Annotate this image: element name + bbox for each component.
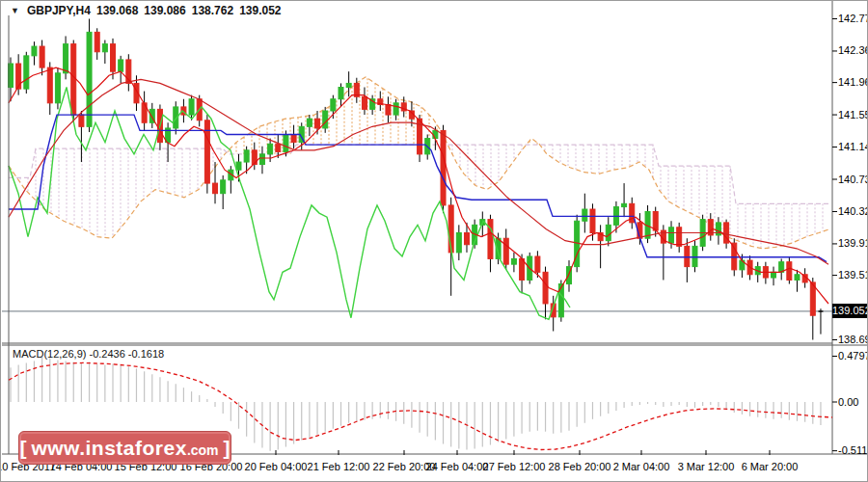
ohlc-close: 139.052 — [239, 4, 281, 17]
price-axis-label: 139.510 — [838, 269, 868, 281]
macd-axis-label: 0.4797 — [838, 350, 868, 362]
candle-body — [236, 162, 241, 170]
time-axis-label[interactable]: 20 Feb 04:00 — [245, 461, 308, 472]
macd-axis-label: 0.00 — [838, 396, 858, 408]
price-axis-label: 140.320 — [838, 205, 868, 217]
candle-body — [583, 209, 587, 221]
ohlc-low: 138.762 — [192, 4, 233, 17]
time-axis-label[interactable]: 27 Feb 12:00 — [483, 461, 546, 472]
candle-body — [71, 44, 76, 115]
chart-header: ▼ GBPJPY,H4 139.068 139.086 138.762 139.… — [11, 4, 282, 17]
candle-body — [386, 104, 391, 115]
candle-body — [677, 228, 682, 247]
candle-body — [795, 275, 800, 281]
candle-body — [40, 46, 44, 67]
price-axis-label: 142.770 — [838, 13, 868, 24]
candle-body — [441, 130, 446, 205]
candle-body — [307, 119, 312, 126]
candle-body — [362, 96, 366, 109]
price-axis-label: 141.550 — [838, 109, 868, 120]
candle-body — [653, 211, 658, 230]
logo-bracket-right: ] — [224, 437, 231, 460]
price-axis-label: 141.140 — [838, 141, 868, 152]
time-axis-label[interactable]: 28 Feb 20:00 — [549, 461, 611, 472]
candle-body — [346, 83, 351, 87]
tenkan-sen-line — [9, 67, 828, 304]
candle-body — [543, 272, 548, 304]
candle-body — [520, 258, 525, 280]
candle-body — [511, 258, 516, 264]
time-axis-label[interactable]: 3 Mar 12:00 — [678, 461, 735, 472]
candle-body — [111, 44, 116, 72]
candle-body — [32, 46, 37, 56]
candle-body — [16, 64, 21, 89]
price-axis-label: 142.360 — [838, 44, 868, 56]
candle-body — [590, 209, 595, 232]
ohlc-high: 139.086 — [144, 4, 185, 17]
time-axis-label[interactable]: 2 Mar 04:00 — [613, 461, 670, 472]
logo-text-suffix: .com — [187, 442, 219, 458]
price-axis-label: 141.960 — [838, 76, 868, 88]
time-axis-label[interactable]: 6 Mar 20:00 — [742, 461, 799, 472]
symbol-timeframe-label: GBPJPY,H4 — [27, 4, 91, 17]
candle-body — [558, 284, 563, 317]
time-axis-label[interactable]: 24 Feb 04:00 — [426, 461, 489, 472]
trading-chart-window: ▼ GBPJPY,H4 139.068 139.086 138.762 139.… — [0, 0, 868, 482]
candle-body — [339, 88, 343, 99]
chart-canvas[interactable] — [1, 1, 868, 482]
candle-body — [95, 32, 99, 51]
candle-body — [284, 134, 288, 151]
candle-body — [787, 262, 792, 281]
ohlc-open: 139.068 — [96, 4, 138, 17]
price-axis-label: 139.910 — [838, 237, 868, 249]
candle-body — [692, 246, 697, 266]
current-price-tag: 139.052 — [832, 304, 868, 318]
price-axis-label: 140.730 — [838, 174, 868, 185]
candle-body — [503, 238, 508, 264]
candle-body — [315, 119, 320, 128]
candle-body — [244, 150, 249, 162]
candle-body — [323, 111, 328, 128]
candle-body — [55, 73, 60, 103]
candle-body — [606, 225, 610, 240]
price-axis-label: 138.690 — [838, 334, 868, 345]
logo-text: www.instaforex — [31, 437, 186, 460]
candle-body — [79, 115, 84, 126]
macd-indicator-label: MACD(12,26,9) -0.2436 -0.1618 — [13, 348, 164, 360]
candle-body — [213, 183, 218, 194]
candle-body — [204, 120, 209, 183]
candle-body — [291, 134, 296, 142]
candle-body — [669, 228, 674, 243]
logo-bracket-left: [ — [19, 437, 26, 460]
candle-body — [685, 246, 690, 266]
candle-body — [221, 180, 226, 194]
candle-body — [47, 67, 52, 103]
candle-body — [102, 44, 107, 52]
macd-axis-label: -0.5115 — [838, 444, 868, 456]
candle-body — [189, 99, 194, 115]
candle-body — [772, 272, 776, 278]
candle-body — [456, 233, 461, 253]
candle-body — [87, 32, 92, 126]
candle-body — [622, 203, 627, 206]
instaforex-logo: [ www.instaforex .com ] — [18, 431, 231, 465]
collapse-triangle-icon[interactable]: ▼ — [11, 6, 19, 15]
time-axis-label[interactable]: 21 Feb 12:00 — [308, 461, 370, 472]
candle-body — [259, 154, 264, 165]
candle-body — [488, 220, 493, 259]
senkou-span-a-line — [9, 77, 830, 249]
candle-body — [393, 103, 398, 115]
candle-body — [64, 44, 68, 73]
candle-body — [331, 99, 336, 111]
candle-body — [24, 56, 29, 89]
chikou-span-line — [9, 88, 570, 320]
candle-body — [464, 233, 469, 245]
candle-body — [535, 256, 540, 272]
candle-body — [119, 60, 123, 71]
candle-body — [268, 144, 273, 154]
candle-body — [276, 144, 281, 151]
